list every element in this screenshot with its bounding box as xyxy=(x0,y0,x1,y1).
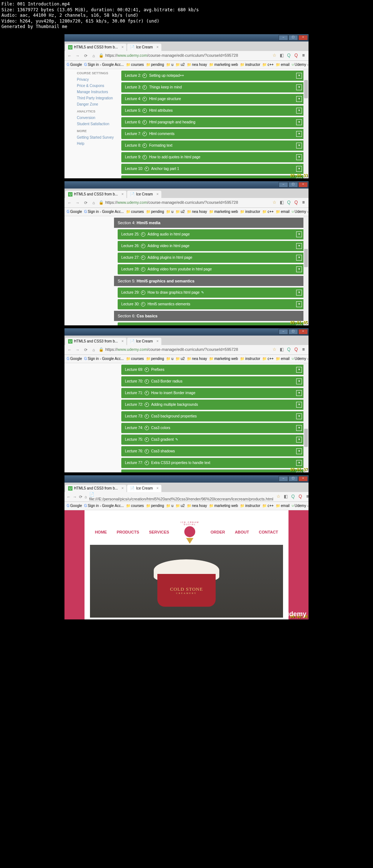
expand-icon[interactable]: ▾ xyxy=(296,84,302,90)
minimize-button[interactable]: – xyxy=(279,329,288,334)
bookmark-folder[interactable]: 📁 nea hoay xyxy=(187,63,207,67)
sidebar-item-conversion[interactable]: Conversion xyxy=(77,115,121,121)
reload-icon[interactable]: ⟳ xyxy=(79,494,82,500)
back-icon[interactable]: ← xyxy=(67,53,72,59)
home-icon[interactable]: ⌂ xyxy=(91,200,97,206)
bookmark[interactable]: 📁 c++ xyxy=(262,210,274,214)
tab-udemy[interactable]: UHTML5 and CSS3 from b...× xyxy=(65,191,126,198)
bookmark[interactable]: 📁 marketing web xyxy=(209,210,238,214)
bookmark[interactable]: 📁 courses xyxy=(126,210,144,214)
section-header[interactable]: Section 6: Css basics xyxy=(114,311,305,321)
bookmark[interactable]: G Google xyxy=(67,504,82,508)
bookmark[interactable]: 📁 c++ xyxy=(262,504,274,508)
bookmark[interactable]: 📁 u2 xyxy=(176,504,185,508)
sidebar-item-help[interactable]: Help xyxy=(77,140,121,147)
bookmark-folder[interactable]: 📁 instructor xyxy=(240,63,260,67)
expand-icon[interactable]: ▾ xyxy=(296,378,302,384)
bookmark-folder[interactable]: 📁 email xyxy=(276,63,290,67)
minimize-button[interactable]: – xyxy=(279,476,288,481)
bookmark-folder[interactable]: 📁 marketing web xyxy=(209,63,238,67)
expand-icon[interactable]: ▾ xyxy=(296,402,302,408)
bookmark[interactable]: 📁 c++ xyxy=(262,357,274,361)
close-icon[interactable]: × xyxy=(122,45,124,49)
close-button[interactable]: × xyxy=(298,476,308,481)
tab-udemy[interactable]: UHTML5 and CSS3 from b...× xyxy=(65,338,126,345)
bookmark[interactable]: 📁 instructor xyxy=(240,210,260,214)
bookmark-folder[interactable]: 📁 pending xyxy=(146,63,164,67)
section-header[interactable]: Section 4: Html5 media xyxy=(114,218,305,228)
lecture-item[interactable]: Lecture 71:How to insert Border image▾ xyxy=(121,388,305,398)
lecture-item[interactable]: Lecture 26:Adding video in html page▾ xyxy=(118,241,305,251)
home-icon[interactable]: ⌂ xyxy=(91,347,97,353)
reload-icon[interactable]: ⟳ xyxy=(83,347,89,353)
bookmark[interactable]: U Udemy - Online Co... xyxy=(292,357,309,361)
forward-icon[interactable]: → xyxy=(75,200,81,206)
lecture-item[interactable]: Lecture 25:Adding audio in html page▾ xyxy=(118,229,305,239)
expand-icon[interactable]: ▾ xyxy=(296,108,302,114)
bookmark[interactable]: 📁 instructor xyxy=(240,504,260,508)
bookmark[interactable]: 📁 marketing web xyxy=(209,357,238,361)
bookmark[interactable]: 📁 instructor xyxy=(240,357,260,361)
maximize-button[interactable]: ▢ xyxy=(288,182,298,187)
bookmark[interactable]: 📁 u2 xyxy=(176,357,185,361)
lecture-item[interactable]: Lecture 27:Adding plugins in html page▾ xyxy=(118,253,305,263)
sidebar-item-survey[interactable]: Getting Started Survey xyxy=(77,134,121,140)
url-field[interactable]: 🔒https://www.udemy.com/course-manage/edi… xyxy=(99,347,269,352)
sidebar-item-price[interactable]: Price & Coupons xyxy=(77,83,121,89)
expand-icon[interactable]: ▾ xyxy=(296,472,302,472)
lecture-item[interactable]: Lecture 70:Css3 Border radius▾ xyxy=(121,376,305,387)
bookmark-folder[interactable]: 📁 c++ xyxy=(262,63,274,67)
expand-icon[interactable]: ▾ xyxy=(296,154,302,160)
bookmark[interactable]: 📁 courses xyxy=(126,357,144,361)
tab-icecream[interactable]: 📄Ice Cream× xyxy=(127,485,161,492)
url-field[interactable]: 🔒https://www.udemy.com/course-manage/edi… xyxy=(99,200,269,205)
section-header[interactable]: Section 5: Html5 graphics and semantics xyxy=(114,276,305,286)
expand-icon[interactable]: ▾ xyxy=(296,143,302,148)
bookmark[interactable]: 📁 u xyxy=(166,210,173,214)
pencil-icon[interactable]: ✎ xyxy=(175,437,178,441)
url-field[interactable]: 🔒https://www.udemy.com/course-manage/edi… xyxy=(99,53,269,58)
maximize-button[interactable]: ▢ xyxy=(288,329,298,334)
lecture-item[interactable]: Lecture 78:Css3 web fonts▾ xyxy=(121,469,305,472)
expand-icon[interactable]: ▾ xyxy=(296,166,302,172)
expand-icon[interactable]: ▾ xyxy=(296,243,302,249)
lecture-item[interactable]: Lecture 3:Things keep in mind▾ xyxy=(121,82,305,92)
expand-icon[interactable]: ▾ xyxy=(296,437,302,443)
expand-icon[interactable]: ▾ xyxy=(296,390,302,396)
nav-products[interactable]: PRODUCTS xyxy=(117,530,139,534)
lecture-item[interactable]: Lecture 76:Css3 shadows▾ xyxy=(121,446,305,456)
ext-icon[interactable]: Q xyxy=(293,53,299,59)
bookmark[interactable]: 📁 nea hoay xyxy=(187,210,207,214)
expand-icon[interactable]: ▾ xyxy=(296,425,302,431)
bookmark[interactable]: 📁 u xyxy=(166,504,173,508)
close-button[interactable]: × xyxy=(298,329,308,334)
expand-icon[interactable]: ▾ xyxy=(296,325,302,325)
tab-icecream[interactable]: 📄Ice Cream× xyxy=(127,338,161,345)
lecture-item[interactable]: Lecture 10:Anchor tag part 1▾ xyxy=(121,164,305,174)
minimize-button[interactable]: – xyxy=(279,182,288,187)
bookmark[interactable]: 📁 email xyxy=(276,504,290,508)
tab-udemy[interactable]: UHTML5 and CSS3 from b...× xyxy=(65,485,126,492)
nav-about[interactable]: ABOUT xyxy=(235,530,249,534)
lecture-item[interactable]: Lecture 29:How to draw graphics html pag… xyxy=(118,288,305,298)
expand-icon[interactable]: ▾ xyxy=(296,367,302,373)
lecture-item[interactable]: Lecture 5:Html attributes▾ xyxy=(121,106,305,116)
bookmark[interactable]: 📁 marketing web xyxy=(209,504,238,508)
bookmark[interactable]: G Google xyxy=(67,210,82,214)
tab-icecream[interactable]: 📄Ice Cream× xyxy=(127,44,161,51)
lecture-item[interactable]: Lecture 28:Adding video form youtube in … xyxy=(118,264,305,274)
expand-icon[interactable]: ▾ xyxy=(296,448,302,454)
lecture-item[interactable]: Lecture 8:Formating text▾ xyxy=(121,140,305,151)
ext-icon[interactable]: ◧ xyxy=(279,53,284,59)
expand-icon[interactable]: ▾ xyxy=(296,231,302,237)
sidebar-item-danger[interactable]: Danger Zone xyxy=(77,101,121,107)
bookmark[interactable]: 📁 courses xyxy=(126,504,144,508)
nav-services[interactable]: SERVICES xyxy=(149,530,169,534)
bookmark[interactable]: 📁 u2 xyxy=(176,210,185,214)
tab-icecream[interactable]: 📄Ice Cream× xyxy=(127,191,161,198)
maximize-button[interactable]: ▢ xyxy=(288,35,298,40)
sidebar-item-privacy[interactable]: Privacy xyxy=(77,76,121,83)
back-icon[interactable]: ← xyxy=(67,347,72,353)
expand-icon[interactable]: ▾ xyxy=(296,131,302,137)
expand-icon[interactable]: ▾ xyxy=(296,266,302,272)
